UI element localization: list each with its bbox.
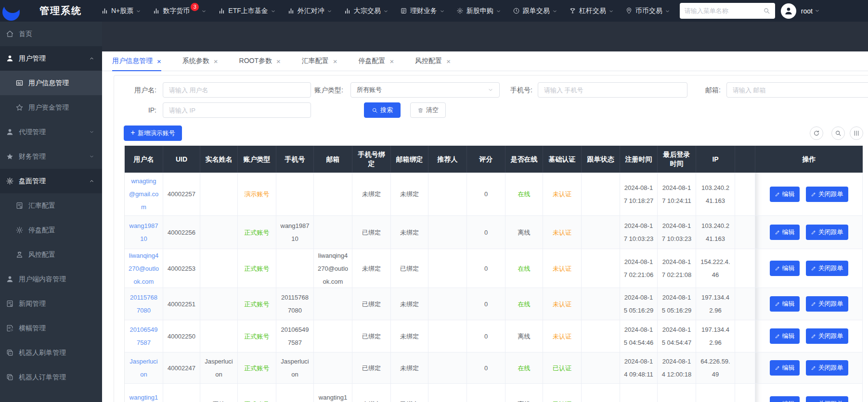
sidebar-item[interactable]: 风控配置 bbox=[0, 242, 102, 267]
email-input[interactable] bbox=[726, 82, 868, 98]
close-tab-icon[interactable]: × bbox=[276, 58, 281, 65]
nav-item[interactable]: N+股票 bbox=[95, 0, 147, 22]
cell-phone_bound: 已绑定 bbox=[352, 320, 391, 352]
top-navbar: 管理系统 N+股票数字货币3ETF上市基金外汇对冲大宗交易理财业务新股申购跟单交… bbox=[0, 0, 868, 22]
person-icon bbox=[6, 128, 14, 136]
cell-online: 离线 bbox=[505, 216, 543, 249]
sidebar-item[interactable]: 汇率配置 bbox=[0, 193, 102, 218]
cell-phone: wang1987 10 bbox=[276, 216, 314, 249]
close-follow-button[interactable]: 关闭跟单 bbox=[806, 225, 848, 240]
close-tab-icon[interactable]: × bbox=[214, 58, 218, 65]
close-tab-icon[interactable]: × bbox=[333, 58, 337, 65]
columns-button[interactable] bbox=[850, 126, 863, 140]
cell-username[interactable]: 20106549 7587 bbox=[125, 320, 163, 352]
sidebar-item[interactable]: 财务管理 bbox=[0, 144, 102, 169]
sidebar-item[interactable]: 用户管理 bbox=[0, 46, 102, 71]
edit-button[interactable]: 编辑 bbox=[770, 360, 800, 376]
close-follow-button[interactable]: 关闭跟单 bbox=[806, 396, 848, 402]
username-input[interactable] bbox=[163, 82, 311, 98]
search-button[interactable]: 搜索 bbox=[364, 102, 401, 118]
menu-search-box[interactable] bbox=[680, 3, 775, 19]
edit-button-label: 编辑 bbox=[782, 190, 795, 199]
sidebar-item[interactable]: 新闻管理 bbox=[0, 291, 102, 316]
edit-button[interactable]: 编辑 bbox=[770, 187, 800, 202]
star-icon bbox=[6, 152, 14, 161]
sidebar-item[interactable]: 用户端内容管理 bbox=[0, 267, 102, 291]
cell-username[interactable]: liwanqing4 270@outlo ok.com bbox=[125, 249, 163, 288]
cell-reg_time: 2024-08-1 7 02:21:06 bbox=[620, 249, 658, 288]
edit-button[interactable]: 编辑 bbox=[770, 396, 800, 402]
nav-item[interactable]: 数字货币3 bbox=[147, 0, 212, 22]
close-follow-button[interactable]: 关闭跟单 bbox=[806, 187, 848, 202]
sidebar-item[interactable]: 首页 bbox=[0, 22, 102, 46]
refresh-button[interactable] bbox=[810, 126, 823, 140]
chevron-down-icon bbox=[665, 9, 670, 14]
user-chevron-down-icon[interactable] bbox=[815, 8, 820, 13]
tab[interactable]: 汇率配置× bbox=[302, 51, 337, 71]
cell-username[interactable]: 20115768 7080 bbox=[125, 288, 163, 320]
magnifier-icon bbox=[835, 130, 842, 137]
sidebar-item[interactable]: 盘面管理 bbox=[0, 169, 102, 193]
cell-empty bbox=[735, 249, 755, 288]
nav-item-label: 币币交易 bbox=[635, 7, 662, 15]
close-tab-icon[interactable]: × bbox=[390, 58, 394, 65]
sidebar-item[interactable]: 停盘配置 bbox=[0, 218, 102, 242]
edit-button[interactable]: 编辑 bbox=[770, 328, 800, 344]
edit-button[interactable]: 编辑 bbox=[770, 296, 800, 312]
gear-icon bbox=[456, 7, 464, 14]
cell-ip: 197.134.4 2.96 bbox=[696, 288, 735, 320]
nav-item[interactable]: 杠杆交易 bbox=[563, 0, 620, 22]
avatar[interactable] bbox=[781, 3, 796, 19]
sidebar-item-label: 机器人订单管理 bbox=[19, 373, 66, 382]
sidebar-item[interactable]: 横幅管理 bbox=[0, 316, 102, 340]
nav-item[interactable]: 大宗交易 bbox=[338, 0, 394, 22]
column-header: 最后登录时间 bbox=[658, 146, 696, 173]
add-demo-account-button[interactable]: + 新增演示账号 bbox=[124, 126, 182, 141]
menu-search-input[interactable] bbox=[685, 7, 763, 14]
edit-icon bbox=[811, 229, 816, 235]
edit-button[interactable]: 编辑 bbox=[770, 261, 800, 276]
close-follow-button[interactable]: 关闭跟单 bbox=[806, 328, 848, 344]
edit-button[interactable]: 编辑 bbox=[770, 225, 800, 240]
zoom-button[interactable] bbox=[831, 126, 845, 140]
cell-username[interactable]: wnagting @gmail.co m bbox=[125, 173, 163, 216]
cell-username[interactable]: Jasperluci on bbox=[125, 352, 163, 384]
nav-item[interactable]: 新股申购 bbox=[451, 0, 507, 22]
columns-icon bbox=[853, 130, 860, 137]
tab[interactable]: 停盘配置× bbox=[359, 51, 394, 71]
account-type-select[interactable]: 所有账号 bbox=[350, 82, 500, 98]
tab[interactable]: 用户信息管理× bbox=[112, 51, 161, 71]
phone-input[interactable] bbox=[538, 82, 687, 98]
close-follow-button[interactable]: 关闭跟单 bbox=[806, 360, 848, 376]
close-tab-icon[interactable]: × bbox=[157, 58, 161, 65]
email-label: 邮箱: bbox=[687, 82, 721, 98]
app-logo[interactable] bbox=[2, 1, 21, 21]
sidebar-item[interactable]: 用户资金管理 bbox=[0, 95, 102, 120]
tab[interactable]: 系统参数× bbox=[182, 51, 218, 71]
ip-input[interactable] bbox=[163, 102, 311, 118]
cell-username[interactable]: wangting1 41@gmail. bbox=[125, 384, 163, 402]
nav-item[interactable]: 外汇对冲 bbox=[282, 0, 338, 22]
tab[interactable]: 风控配置× bbox=[415, 51, 451, 71]
nav-item[interactable]: 币币交易 bbox=[620, 0, 676, 22]
close-follow-button-label: 关闭跟单 bbox=[818, 228, 843, 237]
nav-item[interactable]: ETF上市基金 bbox=[212, 0, 281, 22]
edit-icon bbox=[811, 191, 816, 197]
sidebar-item[interactable]: 机器人刷单管理 bbox=[0, 340, 102, 365]
sidebar-item[interactable]: 机器人订单管理 bbox=[0, 365, 102, 389]
cell-phone: 20106549 7587 bbox=[276, 320, 314, 352]
tab[interactable]: ROOT参数× bbox=[239, 51, 281, 71]
nav-item[interactable]: 跟单交易 bbox=[507, 0, 563, 22]
close-follow-button[interactable]: 关闭跟单 bbox=[806, 261, 848, 276]
sidebar-item[interactable]: 用户信息管理 bbox=[0, 71, 102, 95]
sidebar-item[interactable]: 代理管理 bbox=[0, 120, 102, 144]
close-follow-button[interactable]: 关闭跟单 bbox=[806, 296, 848, 312]
nav-item[interactable]: 理财业务 bbox=[394, 0, 451, 22]
edit-icon bbox=[811, 265, 816, 271]
close-tab-icon[interactable]: × bbox=[446, 58, 451, 65]
clear-button[interactable]: 清空 bbox=[410, 102, 446, 118]
cell-email_bound: 未绑定 bbox=[391, 173, 428, 216]
content-card: 用户名: 账户类型: 所有账号 手机号: 邮箱: IP: 搜索 清空 bbox=[114, 75, 868, 402]
cell-username[interactable]: wang1987 10 bbox=[125, 216, 163, 249]
cell-phone bbox=[276, 384, 314, 402]
